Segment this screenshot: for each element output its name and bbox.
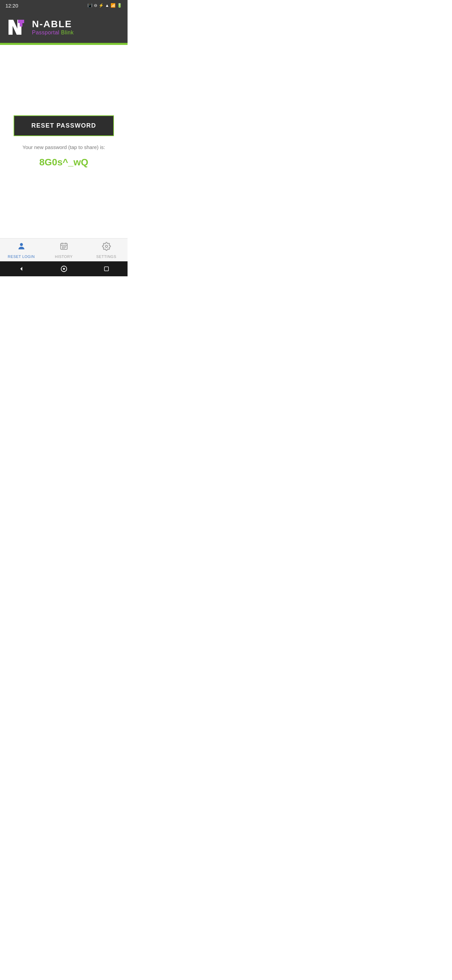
bolt-icon: ⚡: [98, 3, 104, 8]
logo-subtitle: Passportal Blink: [32, 30, 74, 36]
nav-item-history[interactable]: HISTORY: [43, 242, 85, 259]
reset-password-button[interactable]: RESET PASSWORD: [14, 115, 114, 136]
svg-rect-8: [62, 247, 63, 247]
svg-point-13: [105, 245, 108, 248]
logo-title: N-ABLE: [32, 19, 74, 30]
svg-point-16: [63, 268, 65, 270]
password-hint-text: Your new password (tap to share) is:: [22, 144, 105, 150]
android-recent-button[interactable]: [100, 263, 113, 275]
android-home-button[interactable]: [58, 263, 70, 275]
svg-rect-17: [105, 267, 108, 271]
logo-container: N-ABLE Passportal Blink: [7, 17, 74, 37]
svg-marker-14: [20, 267, 22, 271]
svg-rect-9: [63, 247, 64, 247]
svg-rect-12: [63, 248, 64, 248]
bottom-navigation: RESET LOGIN HISTORY SETTI: [0, 238, 127, 261]
main-content: RESET PASSWORD Your new password (tap to…: [0, 45, 127, 238]
status-bar: 12:20 📳 ⊖ ⚡ ▲ 📶 🔋: [0, 0, 127, 11]
history-icon: [60, 242, 68, 253]
vibrate-icon: 📳: [87, 3, 92, 8]
status-time: 12:20: [5, 3, 18, 8]
svg-rect-10: [65, 247, 66, 247]
logo-subtitle-green: Blink: [60, 30, 74, 35]
android-nav-bar: [0, 261, 127, 276]
nav-label-history: HISTORY: [55, 255, 73, 259]
nav-label-settings: SETTINGS: [96, 255, 116, 259]
battery-icon: 🔋: [117, 3, 122, 8]
signal-icon: 📶: [111, 3, 116, 8]
svg-point-3: [20, 243, 23, 246]
person-icon: [17, 242, 26, 253]
nav-item-reset-login[interactable]: RESET LOGIN: [0, 242, 43, 259]
android-back-button[interactable]: [15, 263, 27, 275]
svg-rect-2: [20, 20, 22, 27]
dnd-icon: ⊖: [94, 3, 97, 8]
logo-subtitle-purple: Passportal: [32, 30, 60, 35]
nav-label-reset-login: RESET LOGIN: [8, 255, 35, 259]
n-able-logo-icon: [7, 17, 27, 37]
gear-icon: [102, 242, 111, 253]
status-icons: 📳 ⊖ ⚡ ▲ 📶 🔋: [87, 3, 122, 8]
logo-text: N-ABLE Passportal Blink: [32, 19, 74, 36]
app-header: N-ABLE Passportal Blink: [0, 11, 127, 43]
nav-item-settings[interactable]: SETTINGS: [85, 242, 127, 259]
wifi-icon: ▲: [105, 3, 109, 8]
svg-rect-11: [62, 248, 63, 248]
generated-password[interactable]: 8G0s^_wQ: [40, 157, 89, 168]
